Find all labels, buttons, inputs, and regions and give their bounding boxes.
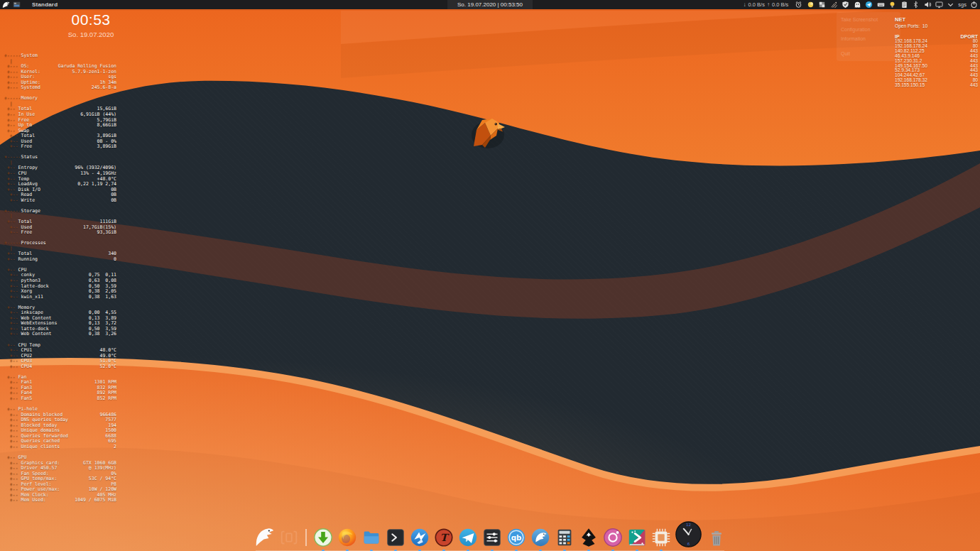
garuda-eagle-logo [469, 115, 506, 151]
conky-row: +-- Web Content0,38 3,26 [4, 332, 116, 337]
updater-icon [312, 527, 334, 548]
download-speed: 0.0 B/s [748, 1, 765, 8]
top-panel: Standard So. 19.07.2020 | 00:53:50 ↓ 0.0… [0, 0, 980, 11]
conky-row: +-----Processes [4, 241, 116, 246]
conky-row: +--- Systemd245.6-8-a [4, 85, 116, 91]
conky-row: +-- Unique clients2 [4, 444, 116, 450]
tray-expand-chevron-down-icon[interactable] [947, 1, 954, 9]
panel-left: Standard [2, 0, 58, 9]
tray-display-icon[interactable] [935, 1, 943, 9]
fade-menu-item[interactable]: Take Screenshot [841, 15, 896, 25]
desktop: Standard So. 19.07.2020 | 00:53:50 ↓ 0.0… [0, 0, 980, 551]
upload-arrow-icon: ↑ [767, 1, 770, 8]
dock-item-garuda-welcome[interactable] [530, 527, 551, 548]
dock-item-qbittorrent[interactable]: qb [506, 527, 527, 548]
svg-text:6: 6 [687, 542, 690, 546]
firefox-icon [337, 527, 358, 548]
svg-text:qb: qb [511, 533, 522, 542]
network-speed: ↓ 0.0 B/s ↑ 0.0 B/s [744, 1, 789, 8]
user-label: sgs [958, 1, 967, 8]
conky-row: +-----Storage [4, 209, 116, 214]
clock-date: So. 19.07.2020 [41, 31, 141, 38]
power-icon[interactable] [970, 1, 978, 9]
net-row: 35.155.150.15443 [895, 83, 978, 88]
dock-item-analog-clock[interactable]: 126 [675, 520, 702, 548]
dock: Tqb126 [0, 520, 980, 551]
conky-row: +-- Mem Used:1049 / 6075 MiB [4, 498, 116, 503]
garuda-menu-icon [254, 526, 276, 548]
conky-row: +-- Free3,89GiB [4, 144, 116, 150]
dock-item-garuda-menu[interactable] [254, 526, 276, 548]
red-t-app-icon: T [433, 527, 454, 548]
desktop-clock-widget: 00:53 So. 19.07.2020 [41, 11, 141, 38]
application-menu-icon[interactable] [2, 1, 10, 9]
settings-sliders-icon [481, 527, 503, 548]
conky-row: +-- Fan5852 RPM [4, 396, 116, 402]
dock-item-inkscape[interactable] [578, 527, 599, 548]
tray-bulb-icon[interactable] [888, 1, 896, 9]
conky-row: +-----Status [4, 155, 116, 160]
dolphin-icon [361, 527, 382, 548]
dock-item-settings-sliders[interactable] [481, 527, 503, 548]
tray-volume-icon[interactable] [924, 1, 932, 9]
conky-row: +-- kwin_x110,38 1,63 [4, 295, 116, 300]
active-window-title: Standard [32, 1, 58, 8]
tray-telegram-icon[interactable] [865, 1, 873, 9]
conky-row: +-- Running0 [4, 257, 116, 263]
conky-row: +-- Free93,3GiB [4, 230, 116, 236]
dock-item-dolphin[interactable] [361, 527, 382, 548]
net-title: NET [895, 16, 978, 23]
net-widget: NET Open Ports: 10 IP DPORT 192.168.178.… [895, 16, 978, 88]
inkscape-icon [578, 527, 599, 548]
tray-weather-icon[interactable] [807, 1, 815, 9]
pager-icon [278, 527, 300, 548]
tray-shield-icon[interactable] [842, 1, 849, 9]
dock-item-falkon[interactable] [409, 527, 430, 548]
dock-item-red-t-app[interactable]: T [433, 527, 454, 548]
analog-clock-icon: 126 [675, 520, 702, 548]
download-arrow-icon: ↓ [744, 1, 746, 8]
teal-arrow-app-icon [626, 527, 648, 548]
qbittorrent-icon: qb [506, 527, 527, 548]
dock-item-cpu-monitor[interactable] [650, 527, 672, 548]
konsole-icon [385, 527, 406, 548]
garuda-welcome-icon [530, 527, 551, 548]
dock-item-trash[interactable] [707, 528, 726, 548]
falkon-icon [409, 527, 430, 548]
kcalc-icon [554, 527, 575, 548]
dock-item-telegram[interactable] [457, 527, 479, 548]
trash-icon [707, 528, 726, 548]
dock-item-updater[interactable] [312, 527, 334, 548]
telegram-icon [457, 527, 479, 548]
svg-text:12: 12 [686, 523, 691, 527]
tray-icons [795, 1, 943, 9]
fade-menu: Take ScreenshotConfigurationInformationQ… [837, 12, 900, 61]
conky-row: +-----Memory [4, 96, 116, 102]
fade-menu-item[interactable]: Information [841, 34, 896, 44]
wallpaper [0, 0, 980, 551]
panel-clock[interactable]: So. 19.07.2020 | 00:53:50 [447, 0, 533, 9]
tray-ghost-icon[interactable] [854, 1, 861, 9]
net-open-ports: Open Ports: 10 [895, 23, 978, 28]
dock-item-kcalc[interactable] [554, 527, 575, 548]
net-connections: 192.168.178.2480192.168.178.2480140.82.1… [895, 39, 978, 88]
cpu-monitor-icon [650, 527, 672, 548]
virtual-desktop-pager-icon[interactable] [13, 1, 21, 9]
fade-menu-item[interactable]: Configuration [841, 25, 896, 35]
tray-brush-icon[interactable] [830, 1, 838, 9]
fade-menu-item[interactable]: Quit [841, 49, 896, 59]
conky-row: +-- Write0B [4, 198, 116, 204]
tray-bluetooth-icon[interactable] [912, 1, 920, 9]
dock-item-pager[interactable] [278, 527, 300, 548]
tray-grid-icon[interactable] [818, 1, 826, 9]
dock-item-firefox[interactable] [337, 527, 358, 548]
conky-row: +-----System [4, 53, 116, 59]
clock-time: 00:53 [41, 11, 141, 28]
dock-item-teal-arrow-app[interactable] [626, 527, 648, 548]
tray-keyboard-icon[interactable] [877, 1, 885, 9]
dock-separator [305, 529, 307, 546]
tray-alarm-icon[interactable] [795, 1, 802, 9]
tray-clipboard-icon[interactable] [900, 1, 908, 9]
dock-item-konsole[interactable] [385, 527, 406, 548]
dock-item-gwenview[interactable] [602, 527, 624, 548]
